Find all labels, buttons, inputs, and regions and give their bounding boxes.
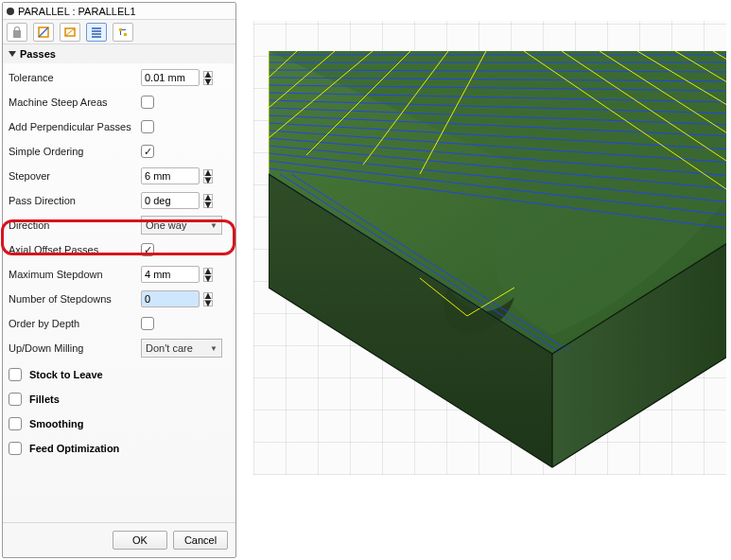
machine-steep-label: Machine Steep Areas — [9, 96, 141, 108]
direction-dropdown[interactable]: One way ▼ — [141, 216, 222, 235]
axial-checkbox[interactable] — [141, 243, 154, 256]
numstep-label: Number of Stepdowns — [9, 293, 141, 305]
tolerance-spinner[interactable]: ▲▼ — [203, 71, 213, 85]
tab-heights-icon[interactable] — [60, 23, 80, 42]
tolerance-label: Tolerance — [9, 72, 141, 83]
section-feed-opt[interactable]: Feed Optimization — [3, 436, 235, 461]
row-updown-milling: Up/Down Milling Don't care ▼ — [9, 336, 230, 360]
dialog-titlebar: PARALLEL : PARALLEL1 — [3, 3, 235, 20]
row-max-stepdown: Maximum Stepdown ▲▼ — [9, 262, 230, 287]
stock-label: Stock to Leave — [29, 369, 103, 380]
direction-value: One way — [146, 219, 186, 231]
numstep-spinner[interactable]: ▲▼ — [203, 292, 213, 306]
maxstep-input[interactable] — [141, 266, 200, 283]
machine-steep-checkbox[interactable] — [141, 96, 154, 109]
passdir-label: Pass Direction — [9, 195, 141, 206]
row-direction: Direction One way ▼ — [9, 213, 230, 237]
direction-label: Direction — [9, 219, 141, 231]
row-stepover: Stepover ▲▼ — [9, 164, 230, 188]
feedopt-label: Feed Optimization — [29, 443, 119, 454]
chevron-down-icon — [9, 51, 16, 57]
row-order-by-depth: Order by Depth — [9, 311, 230, 336]
orderdepth-label: Order by Depth — [9, 318, 141, 329]
chevron-down-icon: ▼ — [210, 221, 218, 230]
passdir-spinner[interactable]: ▲▼ — [203, 194, 213, 208]
row-num-stepdowns: Number of Stepdowns ▲▼ — [9, 287, 230, 311]
smoothing-checkbox[interactable] — [9, 417, 22, 430]
fillets-label: Fillets — [29, 394, 60, 405]
tab-tool-icon[interactable] — [7, 23, 27, 42]
updown-label: Up/Down Milling — [9, 342, 141, 354]
tab-geometry-icon[interactable] — [33, 23, 54, 42]
tab-passes-icon[interactable] — [86, 23, 107, 42]
section-fillets[interactable]: Fillets — [3, 387, 235, 411]
chevron-down-icon: ▼ — [210, 344, 218, 353]
simple-ordering-label: Simple Ordering — [9, 146, 141, 157]
row-pass-direction: Pass Direction ▲▼ — [9, 188, 230, 213]
row-machine-steep: Machine Steep Areas — [9, 90, 230, 114]
row-simple-ordering: Simple Ordering — [9, 139, 230, 164]
perp-checkbox[interactable] — [141, 120, 154, 133]
feedopt-checkbox[interactable] — [9, 442, 22, 455]
tab-linking-icon[interactable] — [113, 23, 133, 42]
part-model — [269, 51, 726, 475]
dialog-footer: OK Cancel — [3, 522, 235, 557]
fillets-checkbox[interactable] — [9, 393, 22, 406]
stock-checkbox[interactable] — [9, 368, 22, 381]
numstep-input[interactable] — [141, 290, 200, 307]
row-perp-passes: Add Perpendicular Passes — [9, 114, 230, 139]
simple-ordering-checkbox[interactable] — [141, 145, 154, 158]
row-axial-offset: Axial Offset Passes — [9, 237, 230, 262]
parallel-dialog: PARALLEL : PARALLEL1 Passes Tolerance ▲▼ — [2, 2, 236, 558]
axial-label: Axial Offset Passes — [9, 244, 141, 255]
dialog-title: PARALLEL : PARALLEL1 — [18, 6, 136, 17]
stepover-input[interactable] — [141, 167, 200, 184]
3d-viewport[interactable] — [253, 21, 726, 475]
stepover-spinner[interactable]: ▲▼ — [203, 169, 213, 184]
close-icon[interactable] — [7, 8, 14, 15]
orderdepth-checkbox[interactable] — [141, 317, 154, 330]
row-tolerance: Tolerance ▲▼ — [9, 65, 230, 90]
stepover-label: Stepover — [9, 170, 141, 182]
updown-dropdown[interactable]: Don't care ▼ — [141, 339, 222, 358]
cancel-button[interactable]: Cancel — [173, 531, 228, 550]
maxstep-spinner[interactable]: ▲▼ — [203, 268, 213, 282]
section-smoothing[interactable]: Smoothing — [3, 411, 235, 436]
section-passes-header[interactable]: Passes — [3, 44, 235, 63]
smoothing-label: Smoothing — [29, 418, 83, 429]
dialog-tab-toolbar — [3, 20, 235, 44]
passdir-input[interactable] — [141, 192, 200, 209]
maxstep-label: Maximum Stepdown — [9, 269, 141, 280]
section-passes-label: Passes — [20, 48, 56, 60]
passes-rows: Tolerance ▲▼ Machine Steep Areas Add Per… — [3, 63, 235, 362]
tolerance-input[interactable] — [141, 69, 200, 86]
section-stock-to-leave[interactable]: Stock to Leave — [3, 362, 235, 387]
ok-button[interactable]: OK — [113, 531, 167, 550]
perp-label: Add Perpendicular Passes — [9, 121, 141, 132]
updown-value: Don't care — [146, 342, 193, 354]
